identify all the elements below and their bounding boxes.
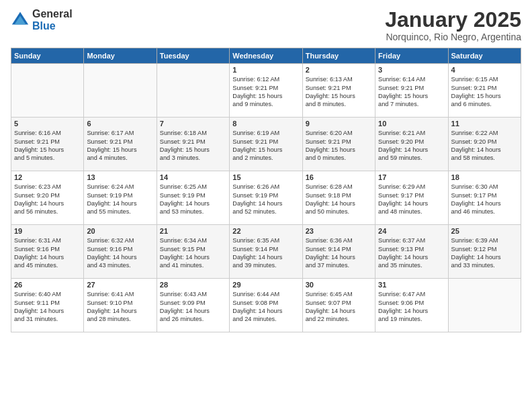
calendar-cell: 4Sunrise: 6:15 AMSunset: 9:21 PMDaylight… xyxy=(448,64,521,118)
cell-line: Daylight: 14 hours xyxy=(306,307,372,315)
cell-line: Sunrise: 6:19 AM xyxy=(232,129,299,137)
cell-line: Daylight: 14 hours xyxy=(451,253,518,261)
calendar-week-0: 1Sunrise: 6:12 AMSunset: 9:21 PMDaylight… xyxy=(11,64,521,118)
cell-line: Sunset: 9:11 PM xyxy=(14,299,81,307)
calendar-cell: 12Sunrise: 6:23 AMSunset: 9:20 PMDayligh… xyxy=(11,171,84,225)
cell-line: Daylight: 15 hours xyxy=(451,92,518,100)
cell-line: Sunset: 9:17 PM xyxy=(451,191,518,199)
cell-line: Sunset: 9:14 PM xyxy=(306,245,372,253)
calendar-cell: 19Sunrise: 6:31 AMSunset: 9:16 PMDayligh… xyxy=(11,225,84,279)
cell-line: and 22 minutes. xyxy=(306,315,372,323)
day-number: 22 xyxy=(232,227,299,235)
cell-line: Sunset: 9:21 PM xyxy=(232,84,299,92)
cell-line: Sunrise: 6:20 AM xyxy=(306,129,372,137)
cell-line: Sunset: 9:20 PM xyxy=(14,191,81,199)
cell-line: Sunset: 9:12 PM xyxy=(451,245,518,253)
cell-line: Daylight: 14 hours xyxy=(306,253,372,261)
cell-line: Daylight: 15 hours xyxy=(232,146,299,154)
header-cell-saturday: Saturday xyxy=(448,48,521,64)
logo-blue: Blue xyxy=(32,20,73,32)
logo-icon xyxy=(11,11,30,30)
day-number: 12 xyxy=(14,173,81,181)
day-number: 24 xyxy=(378,227,445,235)
cell-line: and 8 minutes. xyxy=(306,100,372,108)
calendar-cell: 7Sunrise: 6:18 AMSunset: 9:21 PMDaylight… xyxy=(157,118,229,171)
calendar-cell: 2Sunrise: 6:13 AMSunset: 9:21 PMDaylight… xyxy=(302,64,375,118)
cell-line: and 7 minutes. xyxy=(378,100,445,108)
day-number: 13 xyxy=(87,173,153,181)
day-number: 5 xyxy=(14,120,81,128)
cell-line: Sunrise: 6:32 AM xyxy=(87,236,153,244)
cell-line: Sunrise: 6:39 AM xyxy=(451,236,518,244)
calendar-cell: 6Sunrise: 6:17 AMSunset: 9:21 PMDaylight… xyxy=(84,118,157,171)
calendar-cell xyxy=(11,64,84,118)
cell-line: and 53 minutes. xyxy=(160,208,226,216)
cell-line: Sunrise: 6:29 AM xyxy=(378,183,445,191)
cell-line: and 52 minutes. xyxy=(232,208,299,216)
day-number: 17 xyxy=(378,173,445,181)
cell-line: and 19 minutes. xyxy=(378,315,445,323)
cell-line: Sunset: 9:19 PM xyxy=(160,191,226,199)
cell-line: Sunrise: 6:37 AM xyxy=(378,236,445,244)
cell-line: Daylight: 14 hours xyxy=(451,199,518,208)
cell-line: and 3 minutes. xyxy=(160,154,226,162)
calendar-cell: 24Sunrise: 6:37 AMSunset: 9:13 PMDayligh… xyxy=(375,225,448,279)
day-number: 25 xyxy=(451,227,518,235)
cell-line: Daylight: 14 hours xyxy=(232,307,299,315)
logo: General Blue xyxy=(11,8,73,32)
cell-line: Sunset: 9:21 PM xyxy=(87,138,153,146)
calendar-cell: 18Sunrise: 6:30 AMSunset: 9:17 PMDayligh… xyxy=(448,171,521,225)
calendar-cell: 27Sunrise: 6:41 AMSunset: 9:10 PMDayligh… xyxy=(84,279,157,332)
cell-line: Daylight: 15 hours xyxy=(306,146,372,154)
cell-line: Sunrise: 6:14 AM xyxy=(378,75,445,83)
cell-line: Sunrise: 6:31 AM xyxy=(14,236,81,244)
month-title: January 2025 xyxy=(385,8,521,32)
cell-line: Daylight: 14 hours xyxy=(160,199,226,208)
day-number: 20 xyxy=(87,227,153,235)
cell-line: and 31 minutes. xyxy=(14,315,81,323)
cell-line: and 41 minutes. xyxy=(160,261,226,269)
cell-line: Sunrise: 6:36 AM xyxy=(306,236,372,244)
cell-line: Daylight: 14 hours xyxy=(378,307,445,315)
cell-line: Daylight: 14 hours xyxy=(378,253,445,261)
cell-line: and 48 minutes. xyxy=(378,208,445,216)
day-number: 8 xyxy=(232,120,299,128)
cell-line: Sunset: 9:10 PM xyxy=(87,299,153,307)
cell-line: Sunset: 9:16 PM xyxy=(14,245,81,253)
cell-line: Sunset: 9:21 PM xyxy=(160,138,226,146)
cell-line: Sunrise: 6:18 AM xyxy=(160,129,226,137)
cell-line: Sunset: 9:21 PM xyxy=(14,138,81,146)
calendar-cell: 1Sunrise: 6:12 AMSunset: 9:21 PMDaylight… xyxy=(230,64,302,118)
header-cell-friday: Friday xyxy=(375,48,448,64)
cell-line: Sunset: 9:21 PM xyxy=(232,138,299,146)
calendar-cell: 21Sunrise: 6:34 AMSunset: 9:15 PMDayligh… xyxy=(157,225,229,279)
cell-line: Sunset: 9:07 PM xyxy=(306,299,372,307)
cell-line: Sunset: 9:15 PM xyxy=(160,245,226,253)
cell-line: Daylight: 15 hours xyxy=(14,146,81,154)
calendar-body: 1Sunrise: 6:12 AMSunset: 9:21 PMDaylight… xyxy=(11,64,521,332)
logo-general: General xyxy=(32,8,73,20)
calendar-week-1: 5Sunrise: 6:16 AMSunset: 9:21 PMDaylight… xyxy=(11,118,521,171)
cell-line: Daylight: 15 hours xyxy=(232,92,299,100)
day-number: 11 xyxy=(451,120,518,128)
calendar-cell: 26Sunrise: 6:40 AMSunset: 9:11 PMDayligh… xyxy=(11,279,84,332)
day-number: 23 xyxy=(306,227,372,235)
cell-line: Sunrise: 6:16 AM xyxy=(14,129,81,137)
cell-line: Sunset: 9:06 PM xyxy=(378,299,445,307)
day-number: 28 xyxy=(160,281,226,289)
cell-line: Daylight: 14 hours xyxy=(14,253,81,261)
calendar-cell xyxy=(448,279,521,332)
cell-line: and 26 minutes. xyxy=(160,315,226,323)
cell-line: Sunrise: 6:35 AM xyxy=(232,236,299,244)
cell-line: Sunrise: 6:41 AM xyxy=(87,290,153,298)
cell-line: Daylight: 14 hours xyxy=(378,199,445,208)
calendar-cell: 17Sunrise: 6:29 AMSunset: 9:17 PMDayligh… xyxy=(375,171,448,225)
cell-line: Sunset: 9:16 PM xyxy=(87,245,153,253)
cell-line: Daylight: 14 hours xyxy=(87,199,153,208)
day-number: 18 xyxy=(451,173,518,181)
cell-line: and 58 minutes. xyxy=(451,154,518,162)
cell-line: and 4 minutes. xyxy=(87,154,153,162)
cell-line: Daylight: 14 hours xyxy=(14,307,81,315)
cell-line: and 24 minutes. xyxy=(232,315,299,323)
cell-line: Daylight: 14 hours xyxy=(378,146,445,154)
